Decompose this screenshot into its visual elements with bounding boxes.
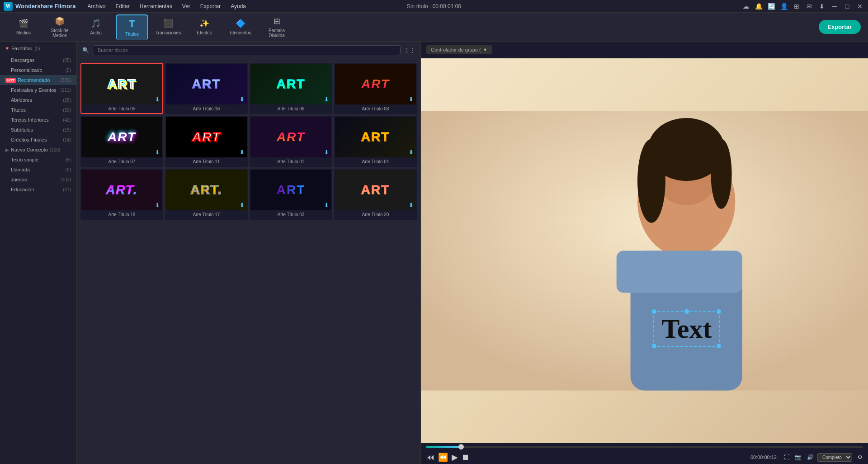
sidebar-item-educacion[interactable]: Educación (47) — [0, 185, 76, 194]
app-name: Wondershare Filmora — [15, 3, 75, 9]
settings-icon[interactable]: ⚙ — [858, 454, 863, 460]
stock-icon: 📦 — [55, 16, 65, 26]
progress-handle[interactable] — [458, 444, 464, 450]
title-card-arte-04[interactable]: ART ⬇ Arte Título 04 — [334, 116, 417, 167]
tool-pantalla[interactable]: ⊞ Pantalla Dividida — [260, 14, 293, 40]
handle-tl[interactable] — [652, 309, 656, 314]
quality-select[interactable]: Completo — [817, 453, 852, 462]
heart-icon: ♥ — [5, 45, 9, 52]
close-btn[interactable]: ✕ — [855, 2, 864, 11]
play-button[interactable]: ▶ — [452, 452, 458, 462]
title-thumb-arte-11: ART ⬇ — [166, 117, 247, 157]
group-controller-button[interactable]: Controlador de grupo ( ▼ — [426, 45, 492, 54]
sidebar-item-recomendado[interactable]: HOT Recomendado (500) — [0, 75, 76, 85]
sidebar-item-llamada[interactable]: Llamada (9) — [0, 165, 76, 175]
svg-point-5 — [711, 139, 731, 209]
tool-audio[interactable]: 🎵 Audio — [80, 14, 112, 40]
title-card-arte-11[interactable]: ART ⬇ Arte Título 11 — [165, 116, 248, 167]
preview-panel: Controlador de grupo ( ▼ — [420, 42, 868, 464]
bell-icon[interactable]: 🔔 — [754, 2, 763, 11]
grid-view-icon[interactable]: ⋮⋮ — [404, 47, 415, 53]
title-thumb-arte-17: ART. ⬇ — [166, 170, 247, 210]
title-card-arte-06[interactable]: ART ⬇ Arte Título 06 — [250, 63, 332, 114]
maximize-btn[interactable]: □ — [843, 2, 852, 11]
menu-ayuda[interactable]: Ayuda — [226, 2, 250, 10]
title-card-arte-01[interactable]: ART ⬇ Arte Título 01 — [250, 116, 332, 167]
text-overlay[interactable]: Text — [653, 311, 720, 347]
toolbar: 🎬 Medios 📦 Stock de Medios 🎵 Audio T Tít… — [0, 13, 868, 42]
tool-titulos[interactable]: T Títulos — [116, 14, 148, 40]
screenshot-icon[interactable]: 📷 — [795, 454, 802, 460]
progress-bar-container[interactable] — [426, 446, 863, 448]
favorites-header[interactable]: ♥ Favoritos (0) — [0, 42, 76, 55]
top-icons: ☁ 🔔 🔄 👤 ⊞ ✉ ⬇ ─ □ ✕ — [741, 2, 864, 11]
title-card-arte-07[interactable]: ART ⬇ Arte Título 07 — [80, 116, 163, 167]
tool-elementos[interactable]: 🔷 Elementos — [224, 14, 257, 40]
window-title: Sin título : 00:00:01:00 — [407, 3, 461, 9]
step-back-button[interactable]: ⏪ — [438, 452, 448, 462]
sidebar-item-festivales[interactable]: Festivales y Eventos (111) — [0, 85, 76, 95]
title-thumb-arte-08: ART ⬇ — [335, 64, 416, 104]
title-card-arte-20[interactable]: ART ⬇ Arte Título 20 — [334, 169, 417, 220]
sync-icon[interactable]: 🔄 — [767, 2, 776, 11]
progress-bar — [426, 446, 461, 448]
sidebar-item-descargas[interactable]: Descargas (85) — [0, 55, 76, 65]
search-icon: 🔍 — [82, 47, 89, 53]
minimize-btn[interactable]: ─ — [830, 2, 839, 11]
title-card-arte-16[interactable]: ART ⬇ Arte Título 16 — [165, 63, 248, 114]
handle-tc[interactable] — [684, 309, 689, 314]
grid-icon[interactable]: ⊞ — [792, 2, 801, 11]
title-thumb-arte-01: ART ⬇ — [250, 117, 331, 157]
search-input[interactable] — [93, 45, 401, 55]
sidebar-item-titulos[interactable]: Títulos (39) — [0, 105, 76, 115]
menubar: W Wondershare Filmora Archivo Editar Her… — [0, 0, 868, 13]
skip-back-button[interactable]: ⏮ — [426, 453, 434, 462]
sidebar-item-juegos[interactable]: Juegos (103) — [0, 175, 76, 185]
fullscreen-icon[interactable]: ⛶ — [784, 454, 789, 460]
menu-exportar[interactable]: Exportar — [196, 2, 225, 10]
title-card-arte-05[interactable]: ART ⬇ Arte Título 05 — [80, 63, 163, 114]
mail-icon[interactable]: ✉ — [805, 2, 814, 11]
download-icon[interactable]: ⬇ — [817, 2, 826, 11]
download-icon: ⬇ — [155, 96, 160, 103]
preview-background: Text — [421, 58, 868, 443]
title-card-arte-17[interactable]: ART. ⬇ Arte Título 17 — [165, 169, 248, 220]
title-thumb-arte-20: ART ⬇ — [335, 170, 416, 210]
menu-archivo[interactable]: Archivo — [83, 2, 110, 10]
user-icon[interactable]: 👤 — [779, 2, 788, 11]
titles-grid: ART ⬇ Arte Título 05 ART ⬇ Arte Título 1… — [77, 59, 420, 464]
text-overlay-container[interactable]: Text — [653, 311, 720, 347]
sidebar-item-texto-simple[interactable]: Texto simple (8) — [0, 155, 76, 165]
tool-transiciones[interactable]: ⬛ Transiciones — [152, 14, 184, 40]
menu-ver[interactable]: Ver — [178, 2, 195, 10]
tool-medios[interactable]: 🎬 Medios — [7, 14, 40, 40]
efectos-icon: ✨ — [199, 19, 209, 28]
card-label-arte-03: Arte Título 03 — [250, 210, 331, 219]
sidebar-item-subtitulos[interactable]: Subtítulos (15) — [0, 125, 76, 135]
cloud-icon[interactable]: ☁ — [741, 2, 750, 11]
menu-editar[interactable]: Editar — [111, 2, 134, 10]
menu-herramientas[interactable]: Herramientas — [135, 2, 177, 10]
sidebar-item-nuevo-concepto[interactable]: ▶ Nuevo Concepto (120) — [0, 145, 76, 155]
card-label-arte-01: Arte Título 01 — [250, 157, 331, 166]
volume-icon[interactable]: 🔊 — [807, 454, 814, 460]
playback-time: 00:00:00:12 — [750, 455, 777, 460]
stop-button[interactable]: ⏹ — [462, 453, 470, 462]
sidebar-item-tercios[interactable]: Tercios Inferiores (42) — [0, 115, 76, 125]
menu-items: Archivo Editar Herramientas Ver Exportar… — [83, 2, 250, 10]
title-card-arte-08[interactable]: ART ⬇ Arte Título 08 — [334, 63, 417, 114]
export-button[interactable]: Exportar — [819, 20, 861, 34]
sidebar-item-creditos[interactable]: Créditos Finales (14) — [0, 135, 76, 145]
tool-efectos[interactable]: ✨ Efectos — [188, 14, 221, 40]
title-thumb-arte-06: ART ⬇ — [250, 64, 331, 104]
left-panel: ♥ Favoritos (0) Descargas (85) Personali… — [0, 42, 77, 464]
tool-stock[interactable]: 📦 Stock de Medios — [43, 14, 76, 40]
sidebar-item-abridores[interactable]: Abridores (25) — [0, 95, 76, 105]
preview-controls: ⏮ ⏪ ▶ ⏹ 00:00:00:12 ⛶ 📷 🔊 Completo ⚙ — [421, 443, 868, 464]
hot-badge: HOT — [5, 78, 16, 83]
title-card-arte-03[interactable]: ART ⬇ Arte Título 03 — [250, 169, 332, 220]
title-card-arte-18[interactable]: ART. ⬇ Arte Título 18 — [80, 169, 163, 220]
preview-header: Controlador de grupo ( ▼ — [421, 42, 868, 58]
title-thumb-arte-18: ART. ⬇ — [81, 170, 162, 210]
sidebar-item-personalizado[interactable]: Personalizado (0) — [0, 65, 76, 75]
